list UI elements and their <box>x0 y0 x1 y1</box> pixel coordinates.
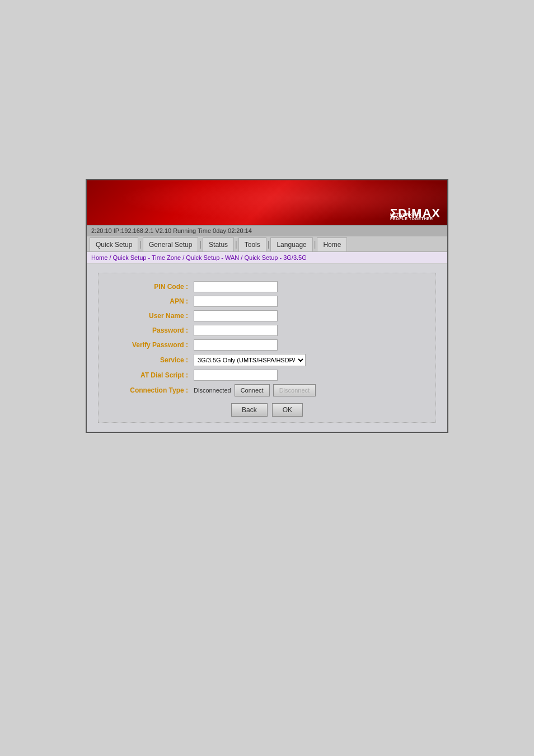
password-label: Password : <box>104 326 194 334</box>
nav-tools[interactable]: Tools <box>238 237 266 251</box>
nav-language[interactable]: Language <box>270 237 312 251</box>
service-label: Service : <box>104 356 194 364</box>
verify-password-label: Verify Password : <box>104 341 194 349</box>
apn-row: APN : <box>104 296 430 307</box>
nav-sep-1: | <box>139 240 142 249</box>
nav-quick-setup[interactable]: Quick Setup <box>90 237 138 251</box>
status-text: 2:20:10 IP:192.168.2.1 V2.10 Running Tim… <box>91 227 252 234</box>
at-dial-script-label: AT Dial Script : <box>104 371 194 379</box>
password-row: Password : <box>104 325 430 336</box>
header-banner: ΣDiMAX NETWORKING PEOPLE TOGETHER <box>87 180 447 225</box>
nav-bar: Quick Setup | General Setup | Status | T… <box>87 236 447 252</box>
form-container: PIN Code : APN : User Name : Password : … <box>98 273 436 423</box>
apn-input[interactable] <box>194 296 278 307</box>
status-bar: 2:20:10 IP:192.168.2.1 V2.10 Running Tim… <box>87 225 447 236</box>
edimax-logo: ΣDiMAX NETWORKING PEOPLE TOGETHER <box>390 206 441 221</box>
pin-code-row: PIN Code : <box>104 281 430 292</box>
connection-status: Disconnected <box>194 387 231 394</box>
connection-type-controls: Disconnected Connect Disconnect <box>194 384 316 396</box>
apn-label: APN : <box>104 297 194 305</box>
password-input[interactable] <box>194 325 278 336</box>
verify-password-input[interactable] <box>194 339 278 351</box>
service-row: Service : 3G/3.5G Only (UMTS/HSPA/HSDPA)… <box>104 354 430 366</box>
edimax-tagline: NETWORKING PEOPLE TOGETHER <box>390 213 434 221</box>
breadcrumb: Home / Quick Setup - Time Zone / Quick S… <box>87 252 447 264</box>
at-dial-script-input[interactable] <box>194 370 278 381</box>
nav-sep-3: | <box>235 240 238 249</box>
at-dial-script-row: AT Dial Script : <box>104 370 430 381</box>
router-window: ΣDiMAX NETWORKING PEOPLE TOGETHER 2:20:1… <box>86 179 448 433</box>
breadcrumb-text: Home / Quick Setup - Time Zone / Quick S… <box>91 254 307 261</box>
connection-type-row: Connection Type : Disconnected Connect D… <box>104 384 430 396</box>
content-area: PIN Code : APN : User Name : Password : … <box>87 264 447 432</box>
connect-button[interactable]: Connect <box>235 384 270 396</box>
nav-sep-5: | <box>313 240 317 249</box>
username-input[interactable] <box>194 310 278 321</box>
nav-general-setup[interactable]: General Setup <box>143 237 198 251</box>
service-select[interactable]: 3G/3.5G Only (UMTS/HSPA/HSDPA) 2G Only (… <box>194 354 306 366</box>
bottom-buttons: Back OK <box>104 403 430 417</box>
username-label: User Name : <box>104 312 194 320</box>
nav-sep-4: | <box>267 240 270 249</box>
back-button[interactable]: Back <box>231 403 268 417</box>
username-row: User Name : <box>104 310 430 321</box>
disconnect-button[interactable]: Disconnect <box>273 384 316 396</box>
ok-button[interactable]: OK <box>272 403 303 417</box>
nav-sep-2: | <box>199 240 202 249</box>
verify-password-row: Verify Password : <box>104 339 430 351</box>
pin-code-input[interactable] <box>194 281 278 292</box>
connection-type-label: Connection Type : <box>104 386 194 394</box>
nav-home[interactable]: Home <box>317 237 347 251</box>
pin-code-label: PIN Code : <box>104 283 194 291</box>
nav-status[interactable]: Status <box>203 237 234 251</box>
